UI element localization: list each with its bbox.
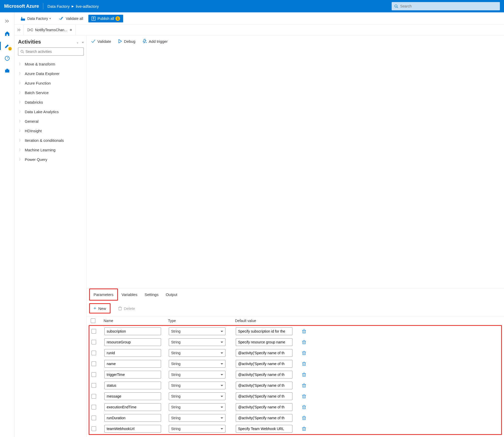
param-default-input[interactable] xyxy=(236,349,292,357)
param-name-input[interactable] xyxy=(104,360,161,368)
row-checkbox[interactable] xyxy=(91,351,96,355)
param-name-input[interactable] xyxy=(104,414,161,422)
row-checkbox[interactable] xyxy=(91,372,96,377)
rail-monitor[interactable] xyxy=(2,53,12,63)
row-checkbox[interactable] xyxy=(91,416,96,420)
param-type-select[interactable]: String xyxy=(169,338,225,346)
param-default-input[interactable] xyxy=(236,338,292,346)
collapse-down-icon[interactable]: ⌄ xyxy=(76,40,79,44)
param-type-select[interactable]: String xyxy=(169,403,225,411)
tab-variables[interactable]: Variables xyxy=(118,289,141,300)
activity-category[interactable]: 〉Data Lake Analytics xyxy=(18,107,84,117)
breadcrumb-service[interactable]: Data Factory xyxy=(47,4,70,9)
param-name-input[interactable] xyxy=(104,382,161,389)
rail-home[interactable] xyxy=(2,28,12,39)
collapse-left-icon[interactable]: « xyxy=(82,40,84,44)
param-name-input[interactable] xyxy=(104,327,161,335)
chevron-right-icon: 〉 xyxy=(19,81,22,85)
rail-author[interactable]: 1 xyxy=(2,41,12,51)
param-type-select[interactable]: String xyxy=(169,360,225,368)
svg-rect-8 xyxy=(27,29,29,31)
row-delete-button[interactable] xyxy=(300,329,308,333)
row-checkbox[interactable] xyxy=(91,329,96,334)
row-delete-button[interactable] xyxy=(300,383,308,387)
row-delete-button[interactable] xyxy=(300,340,308,344)
tab-settings[interactable]: Settings xyxy=(141,289,162,300)
param-default-input[interactable] xyxy=(236,382,292,389)
row-delete-button[interactable] xyxy=(300,427,308,431)
row-delete-button[interactable] xyxy=(300,351,308,355)
param-name-input[interactable] xyxy=(104,349,161,357)
param-default-input[interactable] xyxy=(236,327,292,335)
param-name-input[interactable] xyxy=(104,403,161,411)
tab-output[interactable]: Output xyxy=(162,289,181,300)
publish-all-button[interactable]: Publish all 1 xyxy=(88,15,123,22)
row-delete-button[interactable] xyxy=(300,373,308,377)
chevron-down-icon: ▾ xyxy=(49,17,51,20)
editor-tab[interactable]: NotifiyTeamsChan... xyxy=(24,25,76,35)
design-canvas[interactable] xyxy=(87,47,504,288)
activity-category[interactable]: 〉Databricks xyxy=(18,97,84,107)
param-default-input[interactable] xyxy=(236,414,292,422)
activity-category[interactable]: 〉Azure Data Explorer xyxy=(18,69,84,78)
param-default-input[interactable] xyxy=(236,371,292,378)
param-type-select[interactable]: String xyxy=(169,414,225,422)
activity-category[interactable]: 〉General xyxy=(18,117,84,126)
validate-button[interactable]: Validate xyxy=(91,39,111,44)
rail-manage[interactable] xyxy=(2,65,12,76)
add-trigger-button[interactable]: Add trigger xyxy=(142,39,167,44)
activity-category[interactable]: 〉Power Query xyxy=(18,155,84,164)
param-type-select[interactable]: String xyxy=(169,371,225,378)
breadcrumb-resource[interactable]: live-adfactory xyxy=(76,4,99,9)
select-all-checkbox[interactable] xyxy=(91,318,95,323)
row-checkbox[interactable] xyxy=(91,394,96,399)
param-default-input[interactable] xyxy=(236,425,292,433)
param-name-input[interactable] xyxy=(104,371,161,378)
activity-category[interactable]: 〉Batch Service xyxy=(18,88,84,97)
param-name-input[interactable] xyxy=(104,338,161,346)
tab-parameters[interactable]: Parameters xyxy=(89,288,118,301)
chevron-right-icon: 〉 xyxy=(19,71,22,76)
chevron-right-icon: 〉 xyxy=(19,100,22,104)
row-checkbox[interactable] xyxy=(91,340,96,344)
param-type-select[interactable]: String xyxy=(169,327,225,335)
scope-label: Data Factory xyxy=(27,17,48,21)
row-checkbox[interactable] xyxy=(91,426,96,431)
activity-category[interactable]: 〉Machine Learning xyxy=(18,145,84,155)
global-search[interactable] xyxy=(392,2,500,10)
activity-category[interactable]: 〉Iteration & conditionals xyxy=(18,136,84,145)
row-delete-button[interactable] xyxy=(300,405,308,409)
param-type-value: String xyxy=(171,427,181,431)
row-checkbox[interactable] xyxy=(91,361,96,366)
row-delete-button[interactable] xyxy=(300,362,308,366)
delete-parameter-button[interactable]: Delete xyxy=(115,304,139,313)
debug-button[interactable]: Debug xyxy=(118,39,135,44)
param-default-input[interactable] xyxy=(236,360,292,368)
row-delete-button[interactable] xyxy=(300,416,308,420)
row-checkbox[interactable] xyxy=(91,405,96,409)
scope-dropdown[interactable]: Data Factory ▾ xyxy=(18,15,54,22)
param-type-select[interactable]: String xyxy=(169,392,225,400)
activities-title: Activities xyxy=(18,39,74,45)
chevron-right-icon: 〉 xyxy=(19,138,22,143)
param-default-input[interactable] xyxy=(236,403,292,411)
param-type-select[interactable]: String xyxy=(169,382,225,389)
global-search-input[interactable] xyxy=(400,4,497,8)
activity-category[interactable]: 〉HDInsight xyxy=(18,126,84,136)
row-delete-button[interactable] xyxy=(300,394,308,398)
validate-all-button[interactable]: Validate all xyxy=(56,15,86,22)
activities-search-input[interactable] xyxy=(26,50,81,54)
param-table-header: Name Type Default value xyxy=(87,316,504,325)
activity-category[interactable]: 〉Move & transform xyxy=(18,59,84,69)
row-checkbox[interactable] xyxy=(91,383,96,388)
param-type-select[interactable]: String xyxy=(169,425,225,433)
param-name-input[interactable] xyxy=(104,425,161,433)
activities-search[interactable] xyxy=(18,47,84,56)
tab-expand-button[interactable] xyxy=(14,25,24,35)
param-name-input[interactable] xyxy=(104,392,161,400)
rail-expand[interactable] xyxy=(2,16,12,26)
param-type-select[interactable]: String xyxy=(169,349,225,357)
activity-category[interactable]: 〉Azure Function xyxy=(18,78,84,88)
new-parameter-button[interactable]: + New xyxy=(89,303,111,314)
param-default-input[interactable] xyxy=(236,392,292,400)
